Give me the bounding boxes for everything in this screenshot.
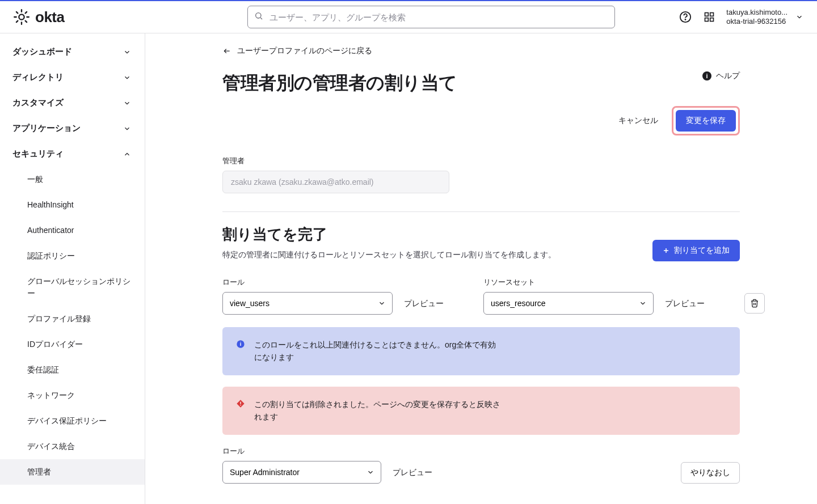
logo[interactable]: okta [14,9,184,26]
svg-line-10 [260,18,262,19]
preview-link-1[interactable]: プレビュー [404,299,472,315]
help-icon[interactable] [679,10,692,24]
role-select-1[interactable]: view_users [222,292,393,315]
page-title: 管理者別の管理者の割り当て [222,71,457,96]
svg-rect-23 [240,401,241,404]
redo-button[interactable]: やりなおし [681,462,740,484]
chevron-up-icon [123,150,131,158]
main-content: ユーザープロファイルのページに戻る 管理者別の管理者の割り当て i ヘルプ キャ… [145,33,817,504]
sidebar-item-security[interactable]: セキュリティ [0,141,145,167]
resource-select-1[interactable]: users_resource [483,292,654,315]
role-label: ロール [222,277,393,287]
role-select-2[interactable]: Super Administrator [222,461,381,484]
arrow-left-icon [222,47,231,55]
sidebar-sub-authenticator[interactable]: Authenticator [0,218,145,243]
svg-rect-13 [705,13,709,16]
sidebar-sub-deviceassurance[interactable]: デバイス保証ポリシー [0,408,145,434]
svg-rect-14 [710,13,714,16]
org-name: okta-trial-9632156 [726,17,787,26]
search-icon [254,11,263,23]
admin-field-label: 管理者 [222,156,740,166]
user-menu[interactable]: takuya.kishimoto... okta-trial-9632156 [726,8,803,27]
sidebar-sub-healthinsight[interactable]: HealthInsight [0,192,145,218]
svg-line-8 [26,12,27,13]
okta-wordmark: okta [35,9,64,26]
trash-icon [750,299,759,308]
sidebar-sub-general[interactable]: 一般 [0,167,145,192]
sidebar: ダッシュボード ディレクトリ カスタマイズ アプリケーション セキュリティ 一般… [0,33,145,504]
global-search [247,6,615,28]
svg-rect-15 [705,18,709,22]
help-link[interactable]: i ヘルプ [702,71,740,81]
save-button[interactable]: 変更を保存 [676,110,736,132]
back-link[interactable]: ユーザープロファイルのページに戻る [222,46,740,56]
sidebar-sub-profileenroll[interactable]: プロファイル登録 [0,306,145,332]
svg-text:i: i [240,341,242,347]
sidebar-sub-authpolicy[interactable]: 認証ポリシー [0,243,145,269]
resource-label: リソースセット [483,277,654,287]
svg-point-9 [256,13,261,18]
chevron-down-icon [123,48,131,56]
error-icon [236,399,245,423]
plus-icon [663,247,669,254]
svg-point-0 [19,14,24,19]
search-input[interactable] [247,6,615,28]
svg-line-7 [16,21,18,22]
info-icon: i [236,340,245,364]
info-alert: i このロールをこれ以上関連付けることはできません。org全体で有効になります [222,327,740,375]
save-highlight: 変更を保存 [672,106,740,135]
sidebar-item-applications[interactable]: アプリケーション [0,116,145,141]
admin-input [222,171,449,193]
role-label-2: ロール [222,446,381,456]
sidebar-item-customize[interactable]: カスタマイズ [0,90,145,116]
topbar: okta takuya.kishimoto... okta-trial-9632… [0,0,817,33]
info-icon: i [702,71,711,81]
cancel-button[interactable]: キャンセル [613,111,664,130]
help-label: ヘルプ [716,71,740,81]
svg-line-4 [26,21,27,22]
info-alert-text: このロールをこれ以上関連付けることはできません。org全体で有効になります [254,338,504,364]
svg-point-12 [685,19,686,20]
back-link-label: ユーザープロファイルのページに戻る [237,46,372,56]
sidebar-sub-idprovider[interactable]: IDプロバイダー [0,332,145,357]
user-name: takuya.kishimoto... [726,8,787,17]
error-alert: この割り当ては削除されました。ページへの変更を保存すると反映されます [222,387,740,435]
sidebar-sub-delegatedauth[interactable]: 委任認証 [0,357,145,383]
sidebar-sub-deviceintegration[interactable]: デバイス統合 [0,434,145,459]
sidebar-sub-network[interactable]: ネットワーク [0,383,145,408]
apps-icon[interactable] [702,10,716,24]
okta-sun-icon [14,9,30,25]
divider [222,211,740,212]
sidebar-item-dashboard[interactable]: ダッシュボード [0,39,145,65]
chevron-down-icon [123,125,131,133]
chevron-down-icon [123,74,131,82]
preview-link-2[interactable]: プレビュー [665,299,733,315]
svg-rect-24 [240,405,241,405]
add-button-label: 割り当てを追加 [674,245,730,256]
error-alert-text: この割り当ては削除されました。ページへの変更を保存すると反映されます [254,398,504,423]
sidebar-item-directory[interactable]: ディレクトリ [0,65,145,90]
sidebar-sub-admins[interactable]: 管理者 [0,459,145,485]
svg-line-3 [16,12,18,13]
chevron-down-icon [123,99,131,107]
delete-button[interactable] [744,293,765,314]
svg-rect-16 [710,18,714,22]
add-assignment-button[interactable]: 割り当てを追加 [652,240,740,261]
sidebar-sub-globalsession[interactable]: グローバルセッションポリシー [0,269,145,306]
chevron-down-icon [795,13,803,21]
preview-link-3[interactable]: プレビュー [393,468,669,484]
